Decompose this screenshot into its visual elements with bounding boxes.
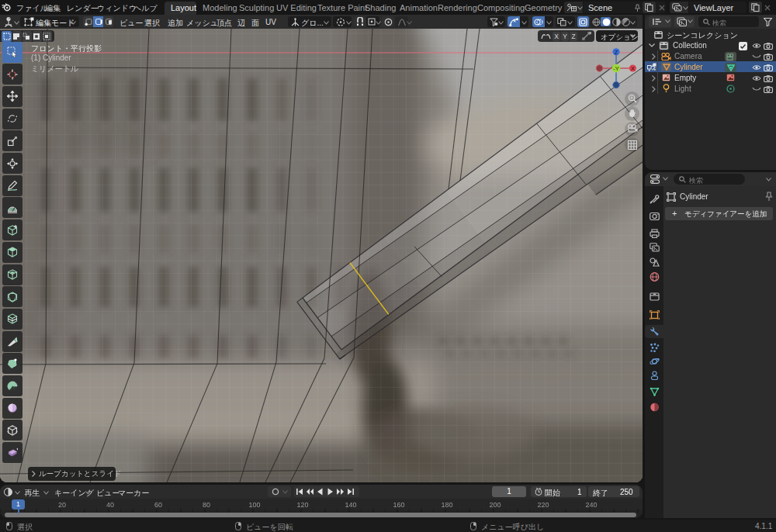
svg-text:X: X xyxy=(631,65,635,72)
svg-text:-Y: -Y xyxy=(613,65,619,72)
svg-text:Z: Z xyxy=(615,49,618,56)
